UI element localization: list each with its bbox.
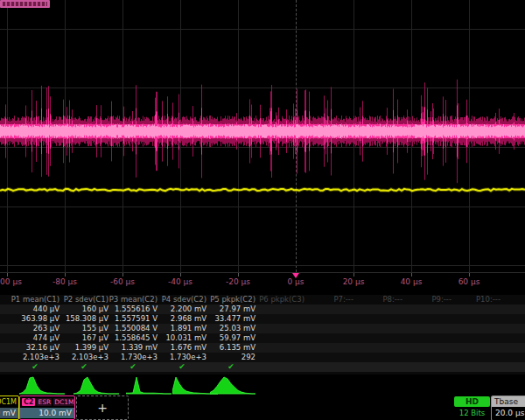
c1-volts-per-div: 0 mV xyxy=(0,408,18,418)
measure-cell: 6.135 mV xyxy=(206,343,256,353)
axis-tick-label: -40 µs xyxy=(168,277,192,286)
histicon-shape xyxy=(210,377,256,394)
measure-status-check: ✔ xyxy=(108,362,158,372)
measure-status-check: ✔ xyxy=(158,362,206,372)
axis-tick-label: -20 µs xyxy=(226,277,250,286)
measure-cell: 1.558645 V xyxy=(108,333,158,343)
measure-value-row: 440 µV160 µV1.555616 V2.200 mV27.97 mV xyxy=(0,304,525,314)
axis-tick xyxy=(180,273,181,276)
channel-c2-descriptor[interactable]: C2 ESR DC1M 10.0 mV xyxy=(19,396,75,420)
axis-tick xyxy=(238,273,239,276)
measure-cell: 1.730e+3 xyxy=(158,353,206,362)
measure-column-header-inactive[interactable]: P10:--- xyxy=(452,295,500,304)
c2-esr-tag: ESR xyxy=(37,398,52,406)
undo-setup-chip[interactable] xyxy=(0,0,50,8)
measure-status-row: ✔✔✔✔✔ xyxy=(0,362,525,372)
chip-text-smudge xyxy=(3,2,47,6)
histicon-shape xyxy=(74,377,119,394)
histicon[interactable] xyxy=(210,375,256,395)
axis-tick-label: -80 µs xyxy=(52,277,77,286)
measure-cell: 33.477 mV xyxy=(206,314,256,324)
measure-column-header[interactable]: P1 mean(C1) xyxy=(10,295,60,304)
measure-cell: 1.676 mV xyxy=(158,343,206,353)
axis-tick-label: -60 µs xyxy=(110,277,135,286)
measure-cell: 1.550084 V xyxy=(108,324,158,333)
timebase-title: Tbase xyxy=(492,396,525,407)
c2-coupling-tag: DC1M xyxy=(53,398,74,406)
axis-tick-label: -100 µs xyxy=(0,277,22,286)
channel-c1-descriptor[interactable]: DC1M 0 mV xyxy=(0,396,19,420)
timebase-value: 20.0 µs xyxy=(492,407,525,419)
measure-status-check: ✔ xyxy=(206,362,256,372)
measure-column-header-inactive[interactable]: P7:--- xyxy=(304,295,354,304)
measure-column-header[interactable]: P5 pkpk(C2) xyxy=(206,295,256,304)
bottom-toolbar: DC1M 0 mV C2 ESR DC1M 10.0 mV + HD 12 Bi… xyxy=(0,396,525,420)
histicon[interactable] xyxy=(19,375,65,395)
timebase-descriptor[interactable]: Tbase 20.0 µs xyxy=(491,396,525,420)
measure-column-header-inactive[interactable]: P8:--- xyxy=(354,295,402,304)
time-axis: -100 µs-80 µs-60 µs-40 µs-20 µs0 µs20 µs… xyxy=(0,273,525,294)
measure-cell: 474 µV xyxy=(10,333,60,343)
measure-cell: 167 µV xyxy=(60,333,108,343)
measure-cell: 2.968 mV xyxy=(158,314,206,324)
measure-cell: 1.339 mV xyxy=(108,343,158,353)
measure-cell: 1.557591 V xyxy=(108,314,158,324)
measure-status-check: ✔ xyxy=(60,362,108,372)
axis-tick xyxy=(469,273,470,276)
measure-cell: 10.031 mV xyxy=(158,333,206,343)
axis-tick xyxy=(354,273,354,276)
measure-cell: 2.103e+3 xyxy=(10,353,60,362)
measurement-table: P1 mean(C1)P2 sdev(C1)P3 mean(C2)P4 sdev… xyxy=(0,295,525,374)
measure-cell: 2.103e+3 xyxy=(60,353,108,362)
measure-column-header[interactable]: P3 mean(C2) xyxy=(108,295,158,304)
waveform-traces xyxy=(0,0,525,273)
axis-tick xyxy=(122,273,123,276)
plus-icon: + xyxy=(97,401,108,415)
measure-column-header-inactive[interactable]: P6 pkpk(C3) xyxy=(256,295,304,304)
axis-tick-label: 0 µs xyxy=(287,277,304,286)
measure-value-row: 2.103e+32.103e+31.730e+31.730e+3292 xyxy=(0,353,525,362)
measure-cell: 158.308 µV xyxy=(60,314,108,324)
measure-column-header[interactable]: P2 sdev(C1) xyxy=(60,295,108,304)
measure-column-header-inactive[interactable]: P9:--- xyxy=(402,295,452,304)
histicon-shape xyxy=(126,377,172,394)
trigger-position-marker[interactable] xyxy=(292,273,299,278)
measure-column-header-inactive[interactable]: P11:--- xyxy=(500,295,525,304)
measure-cell: 160 µV xyxy=(60,304,108,314)
measure-cell: 27.97 mV xyxy=(206,304,256,314)
measure-value-row: 263 µV155 µV1.550084 V1.891 mV25.03 mV xyxy=(0,324,525,333)
c1-coupling-label: DC1M xyxy=(0,398,17,406)
measure-cell: 1.555616 V xyxy=(108,304,158,314)
measure-cell: 1.730e+3 xyxy=(108,353,158,362)
measure-cell: 440 µV xyxy=(10,304,60,314)
measure-column-header[interactable]: P4 sdev(C2) xyxy=(158,295,206,304)
axis-tick xyxy=(411,273,412,276)
measure-value-row: 32.16 µV1.399 µV1.339 mV1.676 mV6.135 mV xyxy=(0,343,525,353)
measure-cell: 292 xyxy=(206,353,256,362)
axis-tick-label: 40 µs xyxy=(401,277,423,286)
measure-cell: 59.97 mV xyxy=(206,333,256,343)
axis-tick-label: 20 µs xyxy=(343,277,365,286)
measure-cell: 155 µV xyxy=(60,324,108,333)
axis-tick xyxy=(7,273,8,276)
measure-cell: 25.03 mV xyxy=(206,324,256,333)
measure-value-row: 474 µV167 µV1.558645 V10.031 mV59.97 mV xyxy=(0,333,525,343)
measure-header-row: P1 mean(C1)P2 sdev(C1)P3 mean(C2)P4 sdev… xyxy=(0,295,525,304)
c2-channel-chip: C2 xyxy=(22,398,35,406)
measure-value-row: 363.98 µV158.308 µV1.557591 V2.968 mV33.… xyxy=(0,314,525,324)
measure-cell: 1.399 µV xyxy=(60,343,108,353)
axis-tick-label: 60 µs xyxy=(458,277,480,286)
measure-status-check: ✔ xyxy=(10,362,60,372)
measure-cell: 263 µV xyxy=(10,324,60,333)
add-trace-button[interactable]: + xyxy=(76,396,129,420)
histicon-shape xyxy=(19,377,65,394)
measure-cell: 363.98 µV xyxy=(10,314,60,324)
c2-volts-per-div: 10.0 mV xyxy=(20,408,74,418)
histicon[interactable] xyxy=(126,375,172,395)
histicon[interactable] xyxy=(74,375,119,395)
histicon-row xyxy=(0,374,525,396)
hd-mode-chip[interactable]: HD xyxy=(454,396,490,407)
axis-tick xyxy=(65,273,66,276)
hd-bits-label: 12 Bits xyxy=(454,409,490,417)
oscilloscope-screen: -100 µs-80 µs-60 µs-40 µs-20 µs0 µs20 µs… xyxy=(0,0,525,420)
